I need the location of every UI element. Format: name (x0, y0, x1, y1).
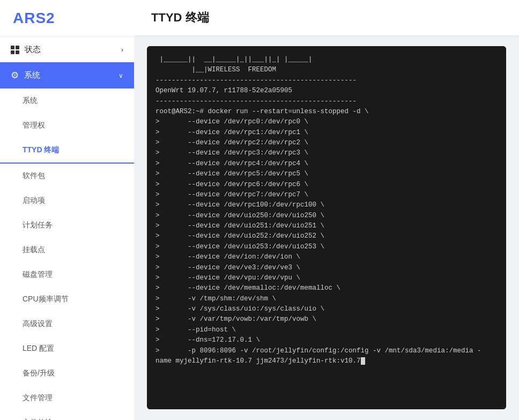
terminal-line: > -p 8096:8096 -v /root/jellyfin/config:… (155, 346, 498, 356)
sidebar-sublabel-admin: 管理权 (23, 121, 45, 130)
sidebar: ARS2 状态 › ⚙ 系统 ∨ 系统 管理权 TTYD 终端 (0, 0, 134, 420)
terminal-line: > --device /dev/rpc0:/dev/rpc0 \ (155, 117, 498, 127)
terminal-line: name myjellyfin-rtk-10.7 jjm2473/jellyfi… (155, 356, 498, 366)
terminal-line: > --device /dev/rpc2:/dev/rpc2 \ (155, 138, 498, 148)
sidebar-item-admin[interactable]: 管理权 (0, 113, 134, 138)
sidebar-item-system-sub[interactable]: 系统 (0, 89, 134, 113)
terminal-line: > --device /dev/uio252:/dev/uio252 \ (155, 231, 498, 241)
sidebar-sublabel-diskman: 磁盘管理 (23, 270, 53, 279)
terminal-line: > --device /dev/ve3:/dev/ve3 \ (155, 263, 498, 273)
terminal-line: > --device /dev/rpc1:/dev/rpc1 \ (155, 128, 498, 138)
terminal-line: > --device /dev/memalloc:/dev/memalloc \ (155, 283, 498, 293)
sidebar-item-system[interactable]: ⚙ 系统 ∨ (0, 62, 134, 89)
chevron-right-icon: › (121, 46, 123, 54)
sidebar-sublabel-startup: 启动项 (23, 196, 45, 205)
terminal-line: > --device /dev/rpc100:/dev/rpc100 \ (155, 200, 498, 210)
sidebar-item-filemanager[interactable]: 文件管理 (0, 386, 134, 410)
sidebar-label-system: 系统 (24, 70, 40, 80)
page-title: TTYD 终端 (151, 10, 502, 26)
terminal-line: > --device /dev/vpu:/dev/vpu \ (155, 273, 498, 283)
gear-icon: ⚙ (11, 70, 19, 81)
terminal-line: > --device /dev/rpc6:/dev/rpc6 \ (155, 180, 498, 190)
terminal-line: > -v /sys/class/uio:/sys/class/uio \ (155, 304, 498, 314)
sidebar-sublabel-filemanager: 文件管理 (23, 393, 53, 403)
sidebar-nav: 状态 › ⚙ 系统 ∨ 系统 管理权 TTYD 终端 软件包 启动项 计划任务 … (0, 37, 134, 420)
sidebar-label-status: 状态 (25, 45, 41, 55)
sidebar-sublabel-led: LED 配置 (23, 344, 54, 353)
terminal-line: > --device /dev/uio253:/dev/uio253 \ (155, 242, 498, 252)
terminal-line: > --pid=host \ (155, 325, 498, 335)
main-content: TTYD 终端 |______|| __|_____|_||___||_| |_… (134, 0, 519, 420)
terminal-line: > --dns=172.17.0.1 \ (155, 335, 498, 345)
chevron-down-icon: ∨ (118, 72, 123, 79)
terminal-line: > --device /dev/rpc5:/dev/rpc5 \ (155, 169, 498, 179)
sidebar-sublabel-ttyd: TTYD 终端 (23, 145, 59, 155)
sidebar-item-mount[interactable]: 挂载点 (0, 238, 134, 262)
sidebar-sublabel-mount: 挂载点 (23, 245, 45, 255)
sidebar-item-filetransfer[interactable]: 文件传输 (0, 410, 134, 420)
terminal-line: > --device /dev/uio250:/dev/uio250 \ (155, 211, 498, 221)
sidebar-sublabel-cpu: CPU频率调节 (23, 294, 69, 304)
sidebar-sublabel-backup: 备份/升级 (23, 369, 55, 378)
terminal-line: OpenWrt 19.07.7, r11788-52e2a05905 (155, 86, 498, 96)
sidebar-sublabel-system: 系统 (23, 96, 38, 106)
terminal-line: root@ARS2:~# docker run --restart=unless… (155, 107, 498, 117)
sidebar-item-status[interactable]: 状态 › (0, 37, 134, 62)
terminal-container[interactable]: |______|| __|_____|_||___||_| |_____| |_… (147, 46, 506, 409)
terminal-line: > -v /tmp/shm:/dev/shm \ (155, 294, 498, 304)
logo-area: ARS2 (0, 0, 134, 37)
sidebar-item-backup[interactable]: 备份/升级 (0, 361, 134, 386)
sidebar-item-led[interactable]: LED 配置 (0, 336, 134, 361)
sidebar-sublabel-cron: 计划任务 (23, 220, 53, 230)
sidebar-item-packages[interactable]: 软件包 (0, 164, 134, 188)
sidebar-item-startup[interactable]: 启动项 (0, 188, 134, 213)
terminal-line: |__|WIRELESS FREEDOM (155, 65, 498, 75)
terminal-line: |______|| __|_____|_||___||_| |_____| (155, 55, 498, 65)
sidebar-sublabel-filetransfer: 文件传输 (23, 418, 53, 420)
terminal-cursor (361, 357, 365, 365)
terminal-line: > --device /dev/rpc7:/dev/rpc7 \ (155, 190, 498, 200)
terminal-line: > --device /dev/ion:/dev/ion \ (155, 252, 498, 262)
sidebar-item-cpu[interactable]: CPU频率调节 (0, 287, 134, 312)
app-logo: ARS2 (13, 10, 55, 26)
terminal-line: > --device /dev/uio251:/dev/uio251 \ (155, 221, 498, 231)
terminal-line: > --device /dev/rpc4:/dev/rpc4 \ (155, 159, 498, 169)
sidebar-item-advanced[interactable]: 高级设置 (0, 312, 134, 336)
sidebar-item-diskman[interactable]: 磁盘管理 (0, 262, 134, 287)
terminal-line: ----------------------------------------… (155, 97, 498, 107)
terminal-body[interactable]: |______|| __|_____|_||___||_| |_____| |_… (147, 46, 506, 409)
terminal-line: > -v /var/tmp/vowb:/var/tmp/vowb \ (155, 314, 498, 325)
sidebar-sublabel-packages: 软件包 (23, 171, 45, 181)
sidebar-sublabel-advanced: 高级设置 (23, 319, 53, 329)
grid-icon (11, 46, 19, 54)
sidebar-item-cron[interactable]: 计划任务 (0, 213, 134, 238)
main-header: TTYD 终端 (134, 0, 519, 35)
sidebar-item-ttyd[interactable]: TTYD 终端 (0, 138, 134, 164)
terminal-line: ----------------------------------------… (155, 76, 498, 86)
terminal-line: > --device /dev/rpc3:/dev/rpc3 \ (155, 148, 498, 158)
